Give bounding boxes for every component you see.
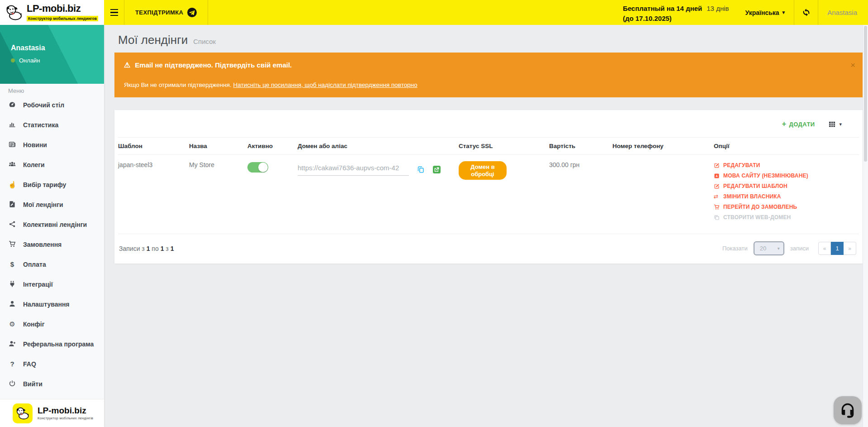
active-toggle[interactable]	[247, 162, 268, 173]
col-price: Вартість	[549, 143, 612, 149]
sidebar-item-logout[interactable]: Вийти	[0, 374, 104, 394]
edit-icon	[714, 183, 721, 189]
support-chat-button[interactable]	[834, 396, 862, 424]
cell-price: 300.00 грн	[549, 161, 612, 225]
plus-icon: +	[782, 120, 787, 128]
bar-chart-icon	[8, 120, 16, 130]
tech-support-link[interactable]: ТЕХПІДТРИМКА	[124, 0, 208, 25]
option-edit-link[interactable]: РЕДАГУВАТИ	[714, 162, 859, 168]
cell-template: japan-steel3	[118, 161, 189, 225]
logo-tagline: Конструктор мобильных лендингов	[27, 16, 98, 21]
table-grid-icon	[828, 120, 836, 128]
trial-plan-label: Бесплатный на 14 дней	[623, 4, 702, 14]
option-site-language-link[interactable]: МОВА САЙТУ (НЕЗМІНЮВАНЕ)	[714, 173, 859, 179]
exchange-icon: ⇄	[714, 194, 721, 200]
table-row: japan-steel3 My Store Домен в обробці 30…	[118, 155, 859, 234]
pagination-next-button[interactable]: »	[844, 242, 856, 255]
vertical-scrollbar[interactable]	[863, 25, 868, 427]
sidebar-toggle-button[interactable]	[104, 0, 124, 25]
col-template: Шаблон	[118, 143, 189, 149]
top-bar: LP-mobi.biz Конструктор мобильных лендин…	[0, 0, 868, 25]
sidebar-item-payment[interactable]: $ Оплата	[0, 254, 104, 274]
option-change-owner-link[interactable]: ⇄ ЗМІНИТИ ВЛАСНИКА	[714, 193, 859, 200]
email-warning-banner: ⚠ Email не підтверджено. Підтвердіть сві…	[114, 53, 863, 97]
clone-icon	[714, 215, 721, 221]
sidebar-item-statistics[interactable]: Статистика	[0, 115, 104, 135]
row-options: РЕДАГУВАТИ МОВА САЙТУ (НЕЗМІНЮВАНЕ) РЕДА…	[714, 161, 859, 225]
scrollbar-thumb[interactable]	[864, 26, 867, 162]
shopping-cart-icon	[8, 240, 16, 249]
sidebar-item-colleagues[interactable]: Колеги	[0, 155, 104, 175]
option-edit-template-link[interactable]: РЕДАГУВАТИ ШАБЛОН	[714, 183, 859, 189]
headset-icon	[839, 402, 856, 419]
sidebar-item-faq[interactable]: ? FAQ	[0, 354, 104, 374]
language-label: Українська	[745, 9, 779, 16]
chevron-down-icon: ▾	[778, 246, 780, 251]
menu-section-label: Меню	[0, 87, 104, 95]
sidebar-item-referral[interactable]: Реферальна програма	[0, 334, 104, 354]
sidebar-item-dashboard[interactable]: Робочий стіл	[0, 95, 104, 115]
question-icon: ?	[8, 360, 16, 369]
banner-resend-prefix: Якщо Ви не отримали підтвердження.	[124, 82, 232, 88]
plug-icon	[8, 280, 16, 289]
warning-icon: ⚠	[124, 61, 130, 69]
col-options: Опції	[714, 143, 859, 149]
sidebar-item-orders[interactable]: Замовлення	[0, 235, 104, 254]
app-logo[interactable]: LP-mobi.biz Конструктор мобильных лендин…	[0, 0, 104, 25]
sidebar-item-news[interactable]: Новини	[0, 135, 104, 155]
refresh-button[interactable]	[794, 0, 818, 25]
hand-pointer-icon: ☝	[8, 180, 16, 189]
col-domain: Домен або аліас	[298, 143, 459, 149]
option-go-to-orders-link[interactable]: ПЕРЕЙТИ ДО ЗАМОВЛЕНЬ	[714, 204, 859, 210]
pagination: « 1 »	[818, 242, 856, 255]
sidebar-item-integrations[interactable]: Інтеграції	[0, 274, 104, 294]
main-content: Мої лендінги Список ⚠ Email не підтвердж…	[104, 25, 868, 427]
sidebar-item-tariff[interactable]: ☝ Вибір тарифу	[0, 175, 104, 195]
entries-label: записи	[790, 245, 809, 252]
page-size-value: 20	[760, 245, 766, 252]
trial-expiry-date: (до 17.10.2025)	[623, 14, 702, 24]
cogs-icon: ⚙	[8, 320, 16, 329]
table-view-dropdown[interactable]: ▾	[828, 120, 842, 128]
sidebar-item-settings[interactable]: Налаштування	[0, 294, 104, 314]
page-size-select[interactable]: 20 ▾	[754, 241, 784, 255]
language-selector[interactable]: Українська ▾	[736, 0, 794, 25]
external-link-icon[interactable]	[433, 166, 441, 173]
domain-input[interactable]	[298, 161, 409, 176]
language-icon	[714, 173, 721, 179]
chevron-down-icon: ▾	[839, 121, 842, 127]
col-ssl-status: Статус SSL	[459, 143, 549, 149]
power-icon	[8, 379, 16, 389]
close-icon[interactable]: ×	[850, 61, 855, 69]
copy-icon[interactable]	[417, 166, 425, 173]
refresh-icon	[802, 8, 811, 17]
users-icon	[8, 160, 16, 169]
banner-message: Email не підтверджено. Підтвердіть свій …	[135, 61, 292, 69]
pagination-page-1-button[interactable]: 1	[831, 242, 844, 255]
edit-icon	[714, 163, 721, 168]
table-header-row: Шаблон Назва Активно Домен або аліас Ста…	[118, 137, 859, 155]
col-name: Назва	[189, 143, 247, 149]
footer-logo-title: LP-mobi.biz	[38, 406, 93, 415]
col-active: Активно	[247, 143, 298, 149]
sidebar-user-panel: Anastasia Онлайн	[0, 25, 104, 84]
tech-support-label: ТЕХПІДТРИМКА	[135, 9, 183, 16]
records-summary: Записи з 1 по 1 з 1	[119, 245, 174, 252]
chevron-down-icon: ▾	[783, 10, 785, 15]
add-landing-button[interactable]: + ДОДАТИ	[782, 120, 815, 128]
show-label: Показати	[722, 245, 748, 252]
option-create-web-domain-link: СТВОРИТИ WEB-ДОМЕН	[714, 214, 859, 221]
sidebar-item-collective-landings[interactable]: Колективні лендінги	[0, 215, 104, 235]
sidebar-item-my-landings[interactable]: Мої лендінги	[0, 195, 104, 215]
resend-confirmation-link[interactable]: Натисніть це посилання, щоб надіслати пі…	[233, 82, 417, 88]
page-header: Мої лендінги Список	[118, 33, 863, 47]
topbar-user-menu[interactable]: Anastasia	[818, 0, 868, 25]
user-plus-icon	[8, 340, 16, 349]
sidebar-item-config[interactable]: ⚙ Конфіг	[0, 314, 104, 334]
sidebar-footer-logo[interactable]: LP-mobi.biz Конструктор мобільних лендін…	[0, 399, 104, 427]
pagination-prev-button[interactable]: «	[818, 242, 831, 255]
trial-status: Бесплатный на 14 дней (до 17.10.2025) 13…	[623, 0, 736, 25]
online-status-dot	[11, 58, 15, 62]
page-title: Мої лендінги	[118, 33, 188, 47]
page-subtitle: Список	[193, 38, 216, 45]
